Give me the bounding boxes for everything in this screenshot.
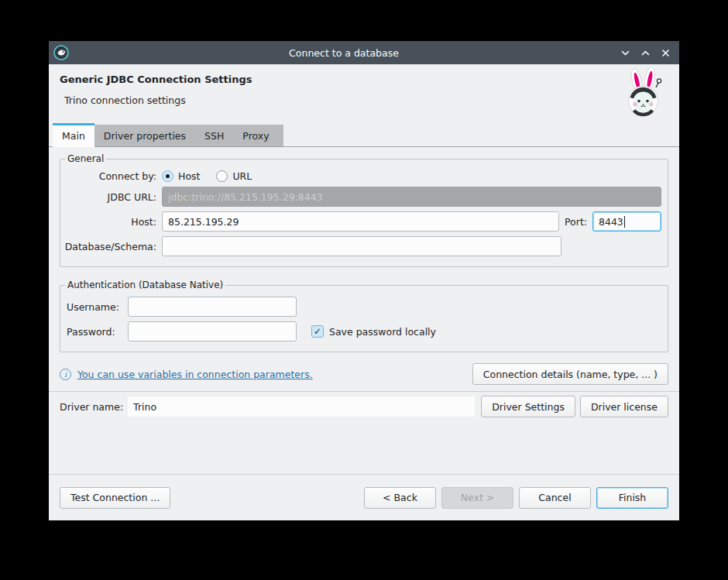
radio-host-label: Host xyxy=(178,170,200,182)
connect-by-label: Connect by: xyxy=(64,170,156,182)
username-label: Username: xyxy=(67,301,122,313)
save-password-checkbox[interactable]: ✓ xyxy=(311,325,324,338)
database-schema-label: Database/Schema: xyxy=(64,241,156,252)
minimize-icon[interactable] xyxy=(619,46,631,59)
variables-link[interactable]: You can use variables in connection para… xyxy=(77,369,313,380)
titlebar[interactable]: Connect to a database xyxy=(49,41,679,64)
driver-license-button[interactable]: Driver license xyxy=(580,396,668,417)
save-password-option[interactable]: ✓ Save password locally xyxy=(311,325,436,338)
window-controls xyxy=(619,46,671,59)
jdbc-url-field xyxy=(162,187,661,207)
authentication-group-legend: Authentication (Database Native) xyxy=(65,280,225,290)
tab-content-main: General Connect by: Host URL JDBC URL: xyxy=(49,147,679,474)
radio-url-label: URL xyxy=(232,170,252,182)
close-icon[interactable] xyxy=(659,46,671,59)
trino-bunny-logo-icon xyxy=(620,67,665,118)
finish-button[interactable]: Finish xyxy=(596,487,668,509)
desktop-background: Connect to a database Generic JDBC Conne… xyxy=(0,0,728,580)
connect-by-host-option[interactable]: Host xyxy=(162,170,200,182)
general-group: General Connect by: Host URL JDBC URL: xyxy=(60,153,668,267)
port-value: 8443 xyxy=(599,216,623,228)
dialog-header: Generic JDBC Connection Settings Trino c… xyxy=(49,64,679,123)
radio-url[interactable] xyxy=(216,170,228,182)
driver-row: Driver name: Trino Driver Settings Drive… xyxy=(49,392,679,417)
maximize-icon[interactable] xyxy=(639,46,651,59)
connect-database-dialog: Connect to a database Generic JDBC Conne… xyxy=(49,41,679,520)
tab-main[interactable]: Main xyxy=(53,123,94,147)
general-group-legend: General xyxy=(65,153,106,164)
next-button: Next > xyxy=(441,487,513,509)
cancel-button[interactable]: Cancel xyxy=(519,487,591,509)
radio-host[interactable] xyxy=(162,170,173,182)
tab-driver-properties[interactable]: Driver properties xyxy=(94,125,195,146)
database-schema-field[interactable] xyxy=(162,236,561,256)
driver-settings-button[interactable]: Driver Settings xyxy=(481,396,575,417)
page-title: Generic JDBC Connection Settings xyxy=(60,74,252,85)
page-subtitle: Trino connection settings xyxy=(64,94,252,106)
test-connection-button[interactable]: Test Connection ... xyxy=(60,487,170,509)
tab-ssh[interactable]: SSH xyxy=(195,125,233,146)
info-link-row: i You can use variables in connection pa… xyxy=(60,363,668,385)
password-label: Password: xyxy=(67,326,122,338)
info-icon: i xyxy=(60,369,71,380)
username-field[interactable] xyxy=(128,297,297,317)
authentication-group: Authentication (Database Native) Usernam… xyxy=(60,280,668,352)
window-title: Connect to a database xyxy=(69,47,619,59)
host-label: Host: xyxy=(64,216,156,228)
port-field[interactable]: 8443 xyxy=(592,211,661,232)
port-label: Port: xyxy=(565,216,587,228)
dbeaver-app-icon xyxy=(53,45,69,60)
password-field[interactable] xyxy=(128,321,297,341)
driver-name-label: Driver name: xyxy=(60,401,123,413)
wizard-footer: Test Connection ... < Back Next > Cancel… xyxy=(49,474,679,520)
settings-tabbar: Main Driver properties SSH Proxy xyxy=(49,123,679,147)
jdbc-url-label: JDBC URL: xyxy=(64,191,156,203)
connection-details-button[interactable]: Connection details (name, type, ... ) xyxy=(472,363,668,385)
tab-proxy[interactable]: Proxy xyxy=(233,125,278,146)
driver-name-value: Trino xyxy=(128,396,475,417)
save-password-label: Save password locally xyxy=(329,326,436,338)
inactive-tab-group: Driver properties SSH Proxy xyxy=(94,125,283,146)
connect-by-url-option[interactable]: URL xyxy=(216,170,252,182)
text-caret xyxy=(624,216,625,228)
host-field[interactable] xyxy=(162,211,559,232)
back-button[interactable]: < Back xyxy=(364,487,436,509)
